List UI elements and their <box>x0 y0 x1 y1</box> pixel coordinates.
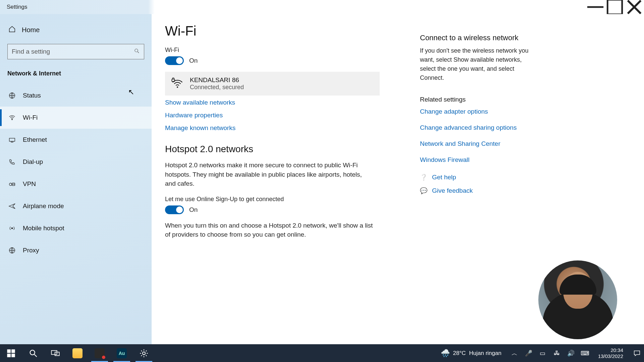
svg-rect-1 <box>607 0 622 14</box>
sidebar-item-label: Dial-up <box>23 158 43 166</box>
link-manage-known-networks[interactable]: Manage known networks <box>165 124 380 132</box>
minimize-button[interactable] <box>586 0 605 14</box>
taskbar-app-file-explorer[interactable] <box>66 344 89 362</box>
hotspot-desc: Hotspot 2.0 networks make it more secure… <box>165 161 373 188</box>
sidebar-item-wifi[interactable]: Wi-Fi <box>0 107 152 129</box>
action-center-button[interactable] <box>632 348 642 358</box>
taskbar-app-audition[interactable]: Au <box>111 344 133 362</box>
tray-volume-icon[interactable]: 🔊 <box>567 350 575 357</box>
tray-ime-icon[interactable]: ⌨ <box>581 350 589 357</box>
svg-rect-22 <box>11 354 15 357</box>
window-title: Settings <box>7 4 27 10</box>
sidebar-item-label: Wi-Fi <box>23 114 38 121</box>
wifi-toggle[interactable] <box>165 56 184 65</box>
dialup-icon <box>8 158 16 166</box>
current-network-card[interactable]: KENDALSARI 86 Connected, secured <box>165 72 380 96</box>
close-button[interactable] <box>625 0 644 14</box>
wifi-toggle-state: On <box>189 57 198 64</box>
page-title: Wi-Fi <box>165 23 380 39</box>
tray-meet-now-icon[interactable]: ▭ <box>538 350 547 357</box>
sidebar-item-status[interactable]: Status <box>0 84 152 107</box>
clock-time: 20:34 <box>598 347 623 353</box>
weather-icon: 🌧️ <box>441 349 450 358</box>
hotspot-signup-state: On <box>189 206 198 214</box>
right-panel: Connect to a wireless network If you don… <box>420 23 531 344</box>
sidebar-item-ethernet[interactable]: Ethernet <box>0 129 152 151</box>
nav-home-label: Home <box>22 26 40 34</box>
taskbar-clock[interactable]: 20:34 13/03/2022 <box>595 347 627 359</box>
weather-condition: Hujan ringan <box>469 350 501 357</box>
link-hardware-properties[interactable]: Hardware properties <box>165 112 380 119</box>
svg-rect-10 <box>11 141 13 142</box>
sidebar-item-label: VPN <box>23 180 36 188</box>
svg-rect-19 <box>7 349 10 353</box>
airplane-icon <box>8 202 16 210</box>
svg-rect-20 <box>11 349 15 353</box>
sidebar-item-airplane[interactable]: Airplane mode <box>0 195 152 217</box>
svg-rect-9 <box>9 138 15 141</box>
sidebar-section-label: Network & Internet <box>0 65 152 84</box>
tray-microphone-icon[interactable]: 🎤 <box>524 350 533 357</box>
link-get-help[interactable]: Get help <box>432 174 456 181</box>
svg-line-5 <box>138 52 139 53</box>
hotspot-signup-toggle[interactable] <box>165 205 184 214</box>
sidebar-item-label: Airplane mode <box>23 202 64 210</box>
search-icon <box>134 48 140 56</box>
search-box[interactable] <box>7 44 144 59</box>
home-icon <box>8 25 16 35</box>
sidebar-item-label: Mobile hotspot <box>23 225 64 232</box>
network-status: Connected, secured <box>190 84 244 91</box>
svg-point-17 <box>177 86 178 87</box>
weather-temp: 28°C <box>453 350 466 357</box>
task-view-button[interactable] <box>44 344 66 362</box>
sidebar-item-proxy[interactable]: Proxy <box>0 239 152 261</box>
start-button[interactable] <box>0 344 22 362</box>
taskbar: Au 🌧️ 28°C Hujan ringan ︿ 🎤 ▭ 🖧 🔊 ⌨ 20:3… <box>0 344 644 362</box>
maximize-button[interactable] <box>605 0 625 14</box>
clock-date: 13/03/2022 <box>598 353 623 359</box>
taskbar-weather[interactable]: 🌧️ 28°C Hujan ringan <box>441 349 505 358</box>
hotspot-title: Hotspot 2.0 networks <box>165 144 380 155</box>
svg-point-4 <box>135 49 138 52</box>
titlebar: Settings <box>0 0 644 14</box>
help-icon: ❔ <box>420 174 427 181</box>
svg-point-12 <box>9 183 12 185</box>
link-show-available-networks[interactable]: Show available networks <box>165 99 380 106</box>
hotspot-signup-label: Let me use Online Sign-Up to get connect… <box>165 196 380 203</box>
hotspot-signup-desc: When you turn this on and choose a Hotsp… <box>165 221 373 239</box>
search-input[interactable] <box>12 48 134 55</box>
svg-rect-21 <box>7 354 10 357</box>
nav-home[interactable]: Home <box>0 19 152 41</box>
link-change-adapter-options[interactable]: Change adapter options <box>420 108 531 115</box>
status-icon <box>8 92 16 99</box>
webcam-overlay <box>538 260 617 339</box>
tray-network-icon[interactable]: 🖧 <box>552 350 561 357</box>
tray-chevron-up-icon[interactable]: ︿ <box>510 349 519 357</box>
wifi-toggle-label: Wi-Fi <box>165 47 380 54</box>
link-change-advanced-sharing[interactable]: Change advanced sharing options <box>420 124 531 131</box>
link-network-sharing-center[interactable]: Network and Sharing Center <box>420 140 531 147</box>
link-give-feedback[interactable]: Give feedback <box>432 187 473 194</box>
hotspot-icon <box>8 225 16 232</box>
related-settings-title: Related settings <box>420 96 531 103</box>
sidebar: Home Network & Internet Status Wi-Fi <box>0 14 152 344</box>
link-windows-firewall[interactable]: Windows Firewall <box>420 156 531 164</box>
sidebar-item-vpn[interactable]: VPN <box>0 173 152 195</box>
feedback-icon: 💬 <box>420 187 427 194</box>
taskbar-app-settings[interactable] <box>133 344 155 362</box>
wifi-icon <box>8 114 16 121</box>
taskbar-app-obs[interactable] <box>89 344 111 362</box>
network-name: KENDALSARI 86 <box>190 76 244 84</box>
sidebar-item-hotspot[interactable]: Mobile hotspot <box>0 217 152 239</box>
connect-text: If you don't see the wireless network yo… <box>420 46 531 82</box>
vpn-icon <box>8 180 16 188</box>
svg-line-24 <box>35 354 37 357</box>
window-controls <box>586 0 644 14</box>
sidebar-item-label: Ethernet <box>23 136 47 143</box>
svg-rect-25 <box>51 350 57 354</box>
taskbar-search[interactable] <box>22 344 44 362</box>
sidebar-item-dialup[interactable]: Dial-up <box>0 151 152 173</box>
wifi-secured-icon <box>171 77 184 91</box>
svg-point-14 <box>11 228 13 229</box>
svg-point-27 <box>143 352 145 354</box>
